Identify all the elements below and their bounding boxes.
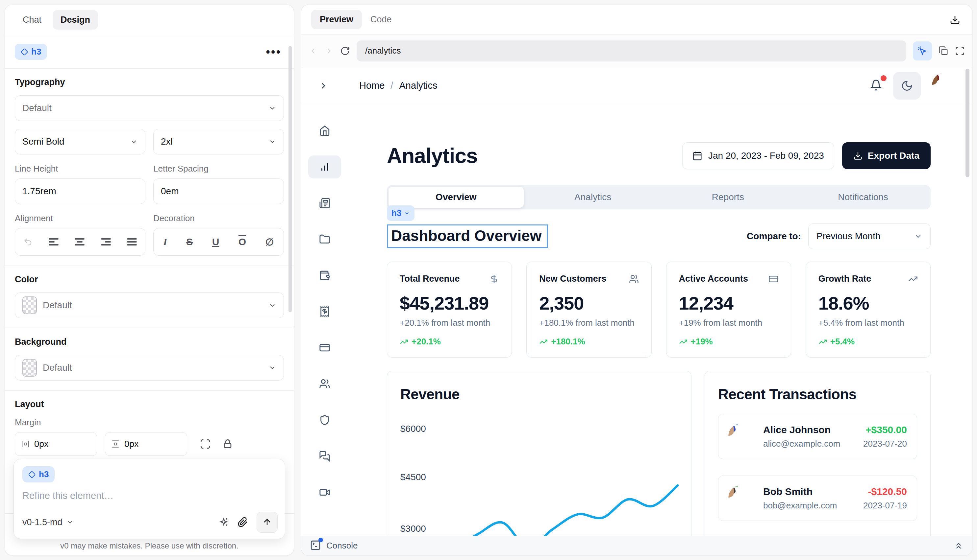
disclaimer-text: v0 may make mistakes. Please use with di… <box>5 541 294 550</box>
nav-users[interactable] <box>308 372 341 395</box>
url-input[interactable]: /analytics <box>356 40 906 62</box>
italic-icon[interactable]: I <box>163 236 167 247</box>
model-selector[interactable]: v0-1.5-md <box>22 517 74 527</box>
notifications-button[interactable] <box>870 79 882 92</box>
alignment-toolbar <box>15 228 146 256</box>
dollar-icon <box>489 274 499 284</box>
inspect-mode-button[interactable] <box>913 42 932 60</box>
stat-card-total-revenue[interactable]: Total Revenue $45,231.89 +20.1% from las… <box>387 262 512 358</box>
letter-spacing-input[interactable]: 0em <box>153 178 284 204</box>
preview-url-bar: /analytics <box>301 35 972 67</box>
underline-icon[interactable]: U <box>212 236 219 247</box>
selected-node-badge[interactable]: h3 <box>387 205 415 221</box>
nav-security[interactable] <box>308 408 341 432</box>
app-main: Analytics Jan 20, 2023 - Feb 09, 2023 Ex… <box>387 142 931 555</box>
breadcrumb-home[interactable]: Home <box>359 80 385 91</box>
align-justify-icon[interactable] <box>127 238 137 245</box>
refine-input[interactable]: Refine this element… <box>22 490 276 501</box>
nav-news[interactable] <box>308 192 341 215</box>
lock-icon[interactable] <box>222 438 233 450</box>
font-family-select[interactable]: Default <box>15 95 284 121</box>
home-icon <box>319 125 330 137</box>
compare-label: Compare to: <box>747 231 801 242</box>
refresh-icon[interactable] <box>340 46 350 56</box>
selected-element-row: h3 ••• <box>5 35 294 69</box>
dark-mode-toggle[interactable] <box>893 72 921 100</box>
nav-video[interactable] <box>308 481 341 504</box>
nav-receipts[interactable] <box>308 300 341 323</box>
overline-icon[interactable]: O <box>239 236 246 247</box>
export-data-button[interactable]: Export Data <box>842 142 931 169</box>
dashboard-tabs: Overview Analytics Reports Notifications <box>387 185 931 209</box>
tab-preview[interactable]: Preview <box>311 10 362 29</box>
sparkles-icon[interactable] <box>218 517 229 527</box>
chevron-down-icon <box>914 232 922 240</box>
users-icon <box>319 378 330 390</box>
margin-x-input[interactable]: 0px <box>15 432 97 456</box>
align-right-icon[interactable] <box>101 238 111 245</box>
font-size-select[interactable]: 2xl <box>153 129 284 155</box>
left-panel-scrollbar[interactable] <box>288 46 292 312</box>
no-decoration-icon[interactable]: ∅ <box>266 236 274 248</box>
nav-home[interactable] <box>308 119 341 142</box>
nav-messages[interactable] <box>308 445 341 468</box>
user-avatar[interactable] <box>932 72 959 99</box>
paperclip-icon[interactable] <box>238 517 248 527</box>
font-weight-select[interactable]: Semi Bold <box>15 129 146 155</box>
diamond-icon <box>28 471 35 478</box>
tab-reports[interactable]: Reports <box>661 185 796 209</box>
more-options-icon[interactable]: ••• <box>263 50 284 53</box>
nav-files[interactable] <box>308 228 341 251</box>
stat-card-new-customers[interactable]: New Customers 2,350 +180.1% from last mo… <box>526 262 651 358</box>
trending-up-icon <box>908 274 918 284</box>
background-select[interactable]: Default <box>15 355 284 380</box>
forward-icon[interactable] <box>325 46 334 55</box>
tab-chat[interactable]: Chat <box>15 10 49 30</box>
chevrons-up-icon[interactable] <box>954 541 964 551</box>
tab-overview[interactable]: Overview <box>388 187 524 208</box>
fullscreen-icon[interactable] <box>955 46 965 56</box>
transaction-date: 2023-07-19 <box>863 500 907 511</box>
margin-y-input[interactable]: 0px <box>105 432 187 456</box>
preview-panel: Preview Code /analytics Home / Analytics <box>301 5 972 555</box>
transactions-card: Recent Transactions Alice Johnson alice@… <box>704 371 931 555</box>
messages-icon <box>319 450 330 462</box>
nav-wallet[interactable] <box>308 264 341 287</box>
console-bar[interactable]: Console <box>301 536 972 555</box>
background-title: Background <box>15 337 284 347</box>
copy-icon[interactable] <box>939 46 949 56</box>
alignment-label: Alignment <box>15 213 146 223</box>
align-center-icon[interactable] <box>75 238 85 245</box>
tab-code[interactable]: Code <box>362 10 400 29</box>
layout-title: Layout <box>15 399 284 410</box>
align-left-icon[interactable] <box>49 238 59 245</box>
receipt-icon <box>319 306 330 317</box>
undo-icon[interactable] <box>23 237 33 247</box>
selected-element-badge[interactable]: h3 <box>15 44 47 60</box>
stat-card-growth-rate[interactable]: Growth Rate 18.6% +5.4% from last month … <box>806 262 931 358</box>
credit-card-icon <box>768 274 778 284</box>
compare-select[interactable]: Previous Month <box>808 223 931 249</box>
strikethrough-icon[interactable]: S <box>186 236 193 247</box>
tab-design[interactable]: Design <box>53 10 98 30</box>
section-title: Dashboard Overview <box>391 227 542 244</box>
preview-scrollbar[interactable] <box>965 69 969 177</box>
download-icon[interactable] <box>950 15 960 25</box>
stat-card-active-accounts[interactable]: Active Accounts 12,234 +19% from last mo… <box>666 262 791 358</box>
send-button[interactable] <box>257 512 278 533</box>
expand-icon[interactable] <box>200 438 211 450</box>
transaction-row[interactable]: Bob Smith bob@example.com -$120.50 2023-… <box>718 475 917 521</box>
back-icon[interactable] <box>309 46 318 55</box>
line-height-input[interactable]: 1.75rem <box>15 178 146 204</box>
nav-cards[interactable] <box>308 336 341 359</box>
tab-analytics[interactable]: Analytics <box>525 185 661 209</box>
selection-outline[interactable]: Dashboard Overview <box>387 225 548 248</box>
color-select[interactable]: Default <box>15 292 284 318</box>
composer-element-badge[interactable]: h3 <box>22 466 55 482</box>
app-sidebar-rail <box>301 104 348 504</box>
date-range-button[interactable]: Jan 20, 2023 - Feb 09, 2023 <box>682 142 834 169</box>
transaction-row[interactable]: Alice Johnson alice@example.com +$350.00… <box>718 414 917 459</box>
tab-notifications[interactable]: Notifications <box>795 185 931 209</box>
nav-analytics[interactable] <box>308 155 341 178</box>
sidebar-expand-icon[interactable] <box>318 81 328 91</box>
